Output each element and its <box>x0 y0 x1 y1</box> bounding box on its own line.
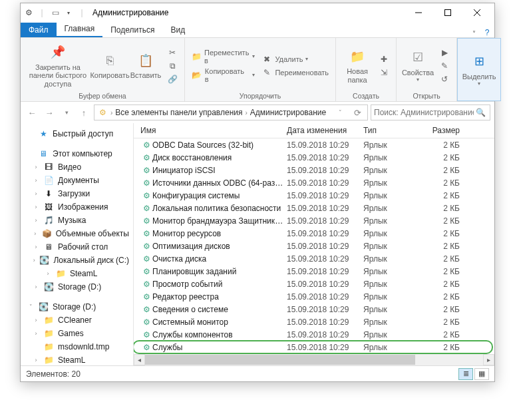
sidebar-item-ccleaner[interactable]: ›📁CCleaner <box>21 314 133 327</box>
group-new-label: Создать <box>340 92 392 101</box>
history-button[interactable]: ↺ <box>436 73 452 86</box>
open-button[interactable]: ▶ <box>436 46 452 59</box>
sidebar-item-videos[interactable]: ›🎞Видео <box>21 160 133 174</box>
file-row[interactable]: ⚙Монитор брандмауэра Защитника Win...15.… <box>134 214 494 227</box>
file-row[interactable]: ⚙Сведения о системе15.09.2018 10:29Ярлык… <box>134 303 494 315</box>
sidebar-item-music[interactable]: ›🎵Музыка <box>21 214 133 227</box>
shortcut-icon: ⚙ <box>140 342 152 353</box>
search-box[interactable]: 🔍 <box>371 105 490 120</box>
file-row[interactable]: ⚙Очистка диска15.09.2018 10:29Ярлык2 КБ <box>134 252 494 265</box>
sidebar-item-this-pc[interactable]: 🖥Этот компьютер <box>21 147 133 160</box>
file-row[interactable]: ⚙Локальная политика безопасности15.09.20… <box>134 202 494 214</box>
refresh-icon[interactable]: ⟳ <box>350 105 365 120</box>
sidebar-item-quick-access[interactable]: ★Быстрый доступ <box>21 127 133 140</box>
sidebar-item-storage-d[interactable]: ›💽Storage (D:) <box>21 280 133 294</box>
file-row[interactable]: ⚙Системный монитор15.09.2018 10:29Ярлык2… <box>134 315 494 328</box>
copy-to-button[interactable]: 📂Копировать в▾ <box>189 66 257 85</box>
icons-view-button[interactable]: ▦ <box>474 368 489 380</box>
select-button[interactable]: ⊞ Выделить ▾ <box>462 51 496 89</box>
nav-forward-button[interactable]: → <box>42 105 57 120</box>
sidebar-item-3d-objects[interactable]: ›📦Объемные объекты <box>21 227 133 240</box>
sidebar-item-steaml2[interactable]: ›📁SteamL <box>21 353 133 365</box>
nav-tree[interactable]: ★Быстрый доступ 🖥Этот компьютер ›🎞Видео … <box>21 123 134 365</box>
sidebar-item-pictures[interactable]: ›🖼Изображения <box>21 200 133 214</box>
breadcrumb-seg1[interactable]: Все элементы панели управления <box>115 108 242 117</box>
tab-view[interactable]: Вид <box>162 23 193 37</box>
paste-link-button[interactable]: 🔗 <box>164 73 180 86</box>
sidebar-item-steaml[interactable]: ›📁SteamL <box>21 267 133 280</box>
file-row[interactable]: ⚙Источники данных ODBC (64-разрядная...1… <box>134 176 494 189</box>
file-type: Ярлык <box>363 229 426 238</box>
file-row[interactable]: ⚙Оптимизация дисков15.09.2018 10:29Ярлык… <box>134 240 494 252</box>
search-icon[interactable]: 🔍 <box>474 105 487 120</box>
details-view-button[interactable]: ≣ <box>458 368 473 380</box>
file-date: 15.09.2018 10:29 <box>287 216 363 226</box>
scroll-left-button[interactable]: ◂ <box>134 354 145 365</box>
nav-back-button[interactable]: ← <box>25 105 39 120</box>
shortcut-icon: ⚙ <box>140 279 152 290</box>
move-to-button[interactable]: 📁Переместить в▾ <box>189 47 257 66</box>
chevron-right-icon[interactable]: › <box>244 109 248 116</box>
file-size: 2 КБ <box>426 191 466 200</box>
file-row[interactable]: ⚙Просмотр событий15.09.2018 10:29Ярлык2 … <box>134 278 494 290</box>
file-row[interactable]: ⚙Планировщик заданий15.09.2018 10:29Ярлы… <box>134 265 494 278</box>
file-row[interactable]: ⚙Монитор ресурсов15.09.2018 10:29Ярлык2 … <box>134 227 494 240</box>
nav-up-button[interactable]: ↑ <box>77 105 91 120</box>
file-row[interactable]: ⚙Редактор реестра15.09.2018 10:29Ярлык2 … <box>134 290 494 303</box>
column-size[interactable]: Размер <box>426 126 466 135</box>
sidebar-item-storage-d2[interactable]: ˅💽Storage (D:) <box>21 300 133 314</box>
file-type: Ярлык <box>363 178 426 188</box>
minimize-button[interactable] <box>404 3 433 22</box>
edit-button[interactable]: ✎ <box>436 59 452 73</box>
close-button[interactable] <box>462 3 492 22</box>
copy-button[interactable]: ⎘ Копировать <box>92 50 127 81</box>
column-type[interactable]: Тип <box>363 126 426 135</box>
file-row[interactable]: ⚙Службы15.09.2018 10:29Ярлык2 КБ <box>134 341 494 353</box>
sidebar-item-documents[interactable]: ›📄Документы <box>21 174 133 187</box>
search-input[interactable] <box>374 108 474 117</box>
scroll-thumb[interactable] <box>145 355 415 365</box>
help-icon[interactable]: ? <box>480 28 494 37</box>
sidebar-item-games[interactable]: ›📁Games <box>21 327 133 340</box>
tab-share[interactable]: Поделиться <box>102 23 162 37</box>
properties-icon[interactable]: ▭ <box>50 7 61 18</box>
sidebar-item-local-disk[interactable]: ›💽Локальный диск (C:) <box>21 254 133 267</box>
scroll-right-button[interactable]: ▸ <box>483 354 494 365</box>
scroll-track[interactable] <box>145 354 483 365</box>
paste-shortcut-button[interactable]: ✂ <box>164 46 180 59</box>
easy-access-button[interactable]: ⇲ <box>376 66 392 79</box>
file-row[interactable]: ⚙Инициатор iSCSI15.09.2018 10:29Ярлык2 К… <box>134 164 494 176</box>
sidebar-item-downloads[interactable]: ›⬇Загрузки <box>21 187 133 200</box>
properties-button[interactable]: ☑ Свойства ▾ <box>401 47 435 85</box>
chevron-right-icon[interactable]: › <box>109 109 114 116</box>
copy-icon: ⎘ <box>100 51 119 70</box>
breadcrumb-seg2[interactable]: Администрирование <box>250 108 326 117</box>
file-type: Ярлык <box>363 267 426 276</box>
paste-button[interactable]: 📋 Вставить <box>128 50 163 81</box>
dropdown-history-icon[interactable]: ˅ <box>333 105 347 120</box>
properties-icon: ☑ <box>409 49 427 67</box>
column-name[interactable]: Имя <box>140 126 287 135</box>
new-folder-button[interactable]: 📁 Новая папка <box>340 46 375 85</box>
copy-path-button[interactable]: ⧉ <box>164 59 180 73</box>
collapse-ribbon-icon[interactable]: ˅ <box>468 30 480 37</box>
file-row[interactable]: ⚙Конфигурация системы15.09.2018 10:29Ярл… <box>134 189 494 202</box>
maximize-button[interactable] <box>433 3 462 22</box>
new-item-button[interactable]: ✚ <box>376 53 392 66</box>
sidebar-item-desktop[interactable]: ›🖥Рабочий стол <box>21 240 133 254</box>
sidebar-item-msdownld[interactable]: 📁msdownld.tmp <box>21 340 133 353</box>
file-row[interactable]: ⚙Диск восстановления15.09.2018 10:29Ярлы… <box>134 151 494 164</box>
horizontal-scrollbar[interactable]: ◂ ▸ <box>134 354 494 365</box>
delete-button[interactable]: ✖Удалить▾ <box>259 53 331 66</box>
file-row[interactable]: ⚙ODBC Data Sources (32-bit)15.09.2018 10… <box>134 138 494 151</box>
file-row[interactable]: ⚙Службы компонентов15.09.2018 10:29Ярлык… <box>134 328 494 341</box>
pin-quick-access-button[interactable]: 📌 Закрепить на панели быстрого доступа <box>25 42 91 90</box>
address-bar[interactable]: ⚙ › Все элементы панели управления › Адм… <box>94 105 368 120</box>
file-date: 15.09.2018 10:29 <box>287 166 363 175</box>
tab-file[interactable]: Файл <box>21 23 57 37</box>
qat-dropdown-icon[interactable]: ▾ <box>63 7 74 18</box>
rename-button[interactable]: ✎Переименовать <box>259 66 331 79</box>
nav-recent-dropdown[interactable]: ▾ <box>59 105 74 120</box>
column-date[interactable]: Дата изменения <box>287 126 363 135</box>
tab-home[interactable]: Главная <box>57 21 103 37</box>
